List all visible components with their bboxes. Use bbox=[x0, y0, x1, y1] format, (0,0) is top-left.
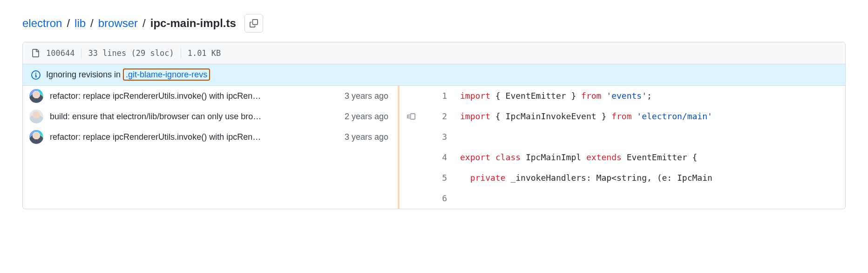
commit-message[interactable]: refactor: replace ipcRendererUtils.invok… bbox=[50, 91, 338, 101]
reblame-button bbox=[400, 86, 423, 106]
code-line[interactable] bbox=[455, 127, 845, 147]
avatar[interactable] bbox=[29, 130, 43, 144]
breadcrumb-link-electron[interactable]: electron bbox=[22, 17, 62, 30]
blame-ignore-notice: Ignoring revisions in .git-blame-ignore-… bbox=[23, 64, 845, 86]
code-lines: import { EventEmitter } from 'events';im… bbox=[455, 86, 845, 209]
commit-message[interactable]: refactor: replace ipcRendererUtils.invok… bbox=[50, 132, 338, 142]
breadcrumb-separator: / bbox=[67, 17, 70, 30]
file-size: 1.01 KB bbox=[188, 48, 221, 58]
line-numbers: 123456 bbox=[423, 86, 455, 209]
code-line[interactable]: private _invokeHandlers: Map<string, (e:… bbox=[455, 168, 845, 188]
commit-message[interactable]: build: ensure that electron/lib/browser … bbox=[50, 112, 338, 122]
code-area: 123456 import { EventEmitter } from 'eve… bbox=[423, 86, 845, 209]
line-number[interactable]: 4 bbox=[423, 147, 455, 168]
blame-body: refactor: replace ipcRendererUtils.invok… bbox=[23, 86, 845, 209]
line-number[interactable]: 1 bbox=[423, 86, 455, 106]
file-header: 100644 33 lines (29 sloc) 1.01 KB bbox=[23, 42, 845, 64]
code-line[interactable]: import { IpcMainInvokeEvent } from 'elec… bbox=[455, 106, 845, 127]
breadcrumb-separator: / bbox=[142, 17, 146, 30]
line-number[interactable]: 2 bbox=[423, 106, 455, 127]
breadcrumb-current: ipc-main-impl.ts bbox=[150, 17, 236, 30]
blame-row[interactable]: refactor: replace ipcRendererUtils.invok… bbox=[23, 127, 398, 147]
file-lines-count: 33 lines (29 sloc) bbox=[88, 48, 174, 58]
breadcrumb: electron / lib / browser / ipc-main-impl… bbox=[22, 14, 846, 33]
notice-prefix: Ignoring revisions in bbox=[46, 70, 123, 79]
reblame-column bbox=[400, 86, 423, 209]
copy-path-button[interactable] bbox=[244, 14, 263, 33]
header-divider bbox=[81, 48, 81, 58]
line-number[interactable]: 6 bbox=[423, 188, 455, 209]
notice-text: Ignoring revisions in .git-blame-ignore-… bbox=[46, 70, 210, 80]
blame-row[interactable]: refactor: replace ipcRendererUtils.invok… bbox=[23, 86, 398, 106]
commit-age: 3 years ago bbox=[345, 91, 391, 101]
file-icon bbox=[31, 49, 40, 57]
breadcrumb-link-browser[interactable]: browser bbox=[98, 17, 138, 30]
reblame-button[interactable] bbox=[400, 106, 423, 127]
blame-ignore-link[interactable]: .git-blame-ignore-revs bbox=[123, 68, 210, 81]
copy-icon bbox=[250, 19, 258, 27]
commit-age: 3 years ago bbox=[345, 132, 391, 142]
line-number[interactable]: 3 bbox=[423, 127, 455, 147]
line-number[interactable]: 5 bbox=[423, 168, 455, 188]
code-line[interactable]: export class IpcMainImpl extends EventEm… bbox=[455, 147, 845, 168]
avatar[interactable] bbox=[29, 109, 43, 123]
file-mode: 100644 bbox=[46, 48, 75, 58]
blame-row[interactable]: build: ensure that electron/lib/browser … bbox=[23, 106, 398, 127]
breadcrumb-separator: / bbox=[90, 17, 94, 30]
breadcrumb-link-lib[interactable]: lib bbox=[75, 17, 86, 30]
info-icon bbox=[31, 70, 41, 80]
commit-age: 2 years ago bbox=[345, 112, 391, 122]
blame-commits-column: refactor: replace ipcRendererUtils.invok… bbox=[23, 86, 398, 209]
code-line[interactable] bbox=[455, 188, 845, 209]
avatar[interactable] bbox=[29, 89, 43, 103]
code-line[interactable]: import { EventEmitter } from 'events'; bbox=[455, 86, 845, 106]
file-view: 100644 33 lines (29 sloc) 1.01 KB Ignori… bbox=[22, 42, 846, 209]
header-divider bbox=[181, 48, 181, 58]
versions-icon bbox=[407, 112, 415, 121]
reblame-button bbox=[400, 127, 423, 147]
